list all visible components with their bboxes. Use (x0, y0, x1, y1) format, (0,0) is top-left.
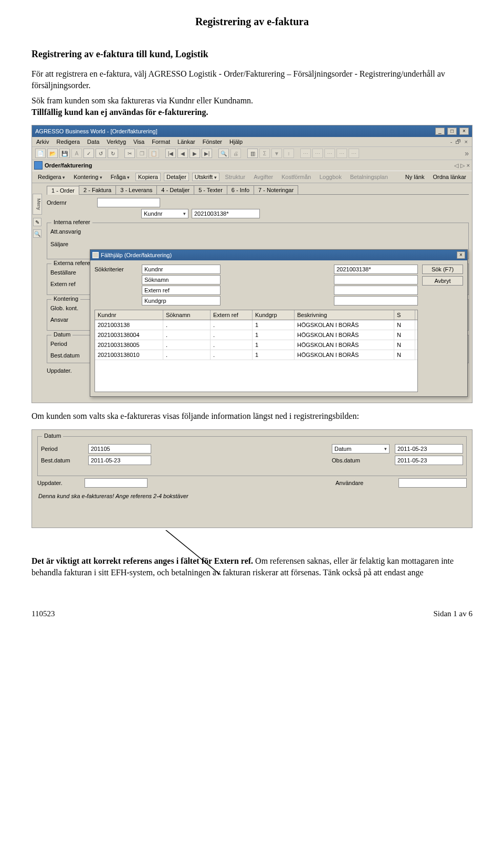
th-kundgrp[interactable]: Kundgrp (253, 310, 295, 320)
check-icon[interactable]: ✓ (83, 149, 94, 158)
period-input[interactable]: 201105 (88, 444, 151, 454)
more-c-icon[interactable]: ⋯ (324, 149, 335, 158)
ordernr-input[interactable] (97, 198, 160, 207)
next-icon[interactable]: ▶ (190, 149, 200, 158)
action-loggbok: Loggbok (317, 173, 344, 181)
side-icon-a[interactable]: ✎ (33, 218, 41, 226)
more-b-icon[interactable]: ⋯ (312, 149, 323, 158)
cut-icon[interactable]: ✂ (124, 149, 135, 158)
find-icon[interactable]: 🔍 (218, 149, 229, 158)
tab-detaljer[interactable]: 4 - Detaljer (156, 185, 194, 194)
crit-value-0[interactable]: 2021003138* (334, 265, 418, 274)
print-icon[interactable]: 🖨 (230, 149, 241, 158)
menu-fonster[interactable]: Fönster (203, 139, 222, 145)
paragraph-1: För att registrera en e-faktura, välj AG… (32, 68, 472, 91)
kundnr-dropdown[interactable]: Kundnr (141, 209, 188, 218)
action-redigera[interactable]: Redigera (35, 173, 68, 181)
more-d-icon[interactable]: ⋯ (337, 149, 347, 158)
datum-dropdown[interactable]: Datum (332, 444, 390, 454)
table-row-0[interactable]: 2021003138 . . 1 HÖGSKOLAN I BORÅS N (95, 320, 417, 330)
datum-input[interactable]: 2011-05-23 (395, 444, 463, 454)
toolbar-overflow-icon[interactable]: » (465, 149, 469, 157)
menu-redigera[interactable]: Redigera (56, 139, 80, 145)
svg-line-0 (134, 530, 220, 575)
tab-order[interactable]: 1 - Order (47, 186, 79, 195)
sort-icon[interactable]: ↕ (284, 149, 294, 158)
prev-icon[interactable]: ◀ (177, 149, 188, 158)
action-nylank[interactable]: Ny länk (403, 173, 427, 181)
uppdater-label-2: Uppdater. (37, 480, 79, 486)
menu-data[interactable]: Data (87, 139, 99, 145)
th-s[interactable]: S (394, 310, 415, 320)
crit-value-3[interactable] (334, 296, 418, 305)
avbryt-button[interactable]: Avbryt (422, 276, 463, 286)
minimize-icon[interactable]: _ (435, 128, 445, 135)
th-kundnr[interactable]: Kundnr (95, 310, 163, 320)
maximize-icon[interactable]: □ (447, 128, 457, 135)
anvandare-label: Användare (335, 480, 393, 486)
close-icon[interactable]: × (459, 128, 469, 135)
action-kopiera[interactable]: Kopiera (135, 173, 161, 181)
uppdater-input[interactable] (85, 478, 148, 488)
crit-value-1[interactable] (334, 275, 418, 284)
obsdatum-input[interactable]: 2011-05-23 (395, 456, 463, 465)
crit-kundgrp-row: Kundgrp (94, 296, 418, 305)
paragraph-2: Sök fram kunden som ska faktureras via K… (32, 95, 472, 118)
anvandare-input[interactable] (398, 478, 467, 488)
sok-button[interactable]: Sök (F7) (422, 265, 463, 274)
open-icon[interactable]: 📂 (47, 149, 58, 158)
tool-a-icon[interactable]: A (71, 149, 82, 158)
menu-lankar[interactable]: Länkar (177, 139, 195, 145)
table-row-3[interactable]: 2021003138010 . . 1 HÖGSKOLAN I BORÅS N (95, 350, 417, 360)
bestdatum-label-2: Best.datum (41, 457, 83, 463)
dialog-title: Fälthjälp (Order/fakturering) (101, 252, 172, 258)
nav-right-icon[interactable]: ▷ (460, 162, 465, 169)
side-tabs: Meny ✎ 🔍 (32, 194, 43, 238)
kundnr-row: Kundnr 2021003138* (141, 209, 469, 218)
more-e-icon[interactable]: ⋯ (349, 149, 359, 158)
menu-arkiv[interactable]: Arkiv (36, 139, 49, 145)
table-row-1[interactable]: 2021003138004 . . 1 HÖGSKOLAN I BORÅS N (95, 330, 417, 340)
table-row-2[interactable]: 2021003138005 . . 1 HÖGSKOLAN I BORÅS N (95, 340, 417, 350)
tab-noteringar[interactable]: 7 - Noteringar (254, 185, 298, 194)
dialog-close-icon[interactable]: × (457, 251, 465, 259)
tab-texter[interactable]: 5 - Texter (194, 185, 227, 194)
action-detaljer[interactable]: Detaljer (164, 173, 189, 181)
crit-value-2[interactable] (334, 286, 418, 295)
menu-format[interactable]: Format (152, 139, 170, 145)
th-beskrivning[interactable]: Beskrivning (295, 310, 394, 320)
last-icon[interactable]: ▶| (202, 149, 212, 158)
first-icon[interactable]: |◀ (165, 149, 176, 158)
copy-icon[interactable]: ❐ (136, 149, 147, 158)
nav-close-icon[interactable]: × (467, 162, 470, 169)
action-utskrift[interactable]: Utskrift (192, 173, 219, 181)
paste-icon[interactable]: 📋 (149, 149, 159, 158)
sum-icon[interactable]: Σ (259, 149, 270, 158)
bestdatum-input[interactable]: 2011-05-23 (88, 456, 151, 465)
save-icon[interactable]: 💾 (59, 149, 70, 158)
menu-visa[interactable]: Visa (133, 139, 144, 145)
th-soknamn[interactable]: Söknamn (163, 310, 211, 320)
document-nav: ◁ ▷ × (454, 162, 470, 169)
action-kontering[interactable]: Kontering (71, 173, 105, 181)
action-ordna-lankar[interactable]: Ordna länkar (430, 173, 469, 181)
menu-hjalp[interactable]: Hjälp (229, 139, 243, 145)
th-externref[interactable]: Extern ref (211, 310, 253, 320)
chart-icon[interactable]: ▥ (247, 149, 258, 158)
group-interna-legend: Interna referer (51, 219, 92, 225)
nav-left-icon[interactable]: ◁ (454, 162, 458, 169)
undo-icon[interactable]: ↺ (96, 149, 106, 158)
kundnr-input[interactable]: 2021003138* (192, 209, 260, 218)
results-table: Kundnr Söknamn Extern ref Kundgrp Beskri… (94, 310, 418, 392)
new-icon[interactable]: 📄 (35, 149, 46, 158)
redo-icon[interactable]: ↻ (108, 149, 118, 158)
side-icon-b[interactable]: 🔍 (33, 229, 41, 238)
menu-verktyg[interactable]: Verktyg (107, 139, 126, 145)
tab-info[interactable]: 6 - Info (227, 185, 254, 194)
tab-leverans[interactable]: 3 - Leverans (116, 185, 157, 194)
action-fraga[interactable]: Fråga (108, 173, 132, 181)
filter-icon[interactable]: ▼ (271, 149, 282, 158)
tab-faktura[interactable]: 2 - Faktura (79, 185, 116, 194)
side-tab-meny[interactable]: Meny (33, 194, 42, 215)
more-a-icon[interactable]: ⋯ (300, 149, 311, 158)
